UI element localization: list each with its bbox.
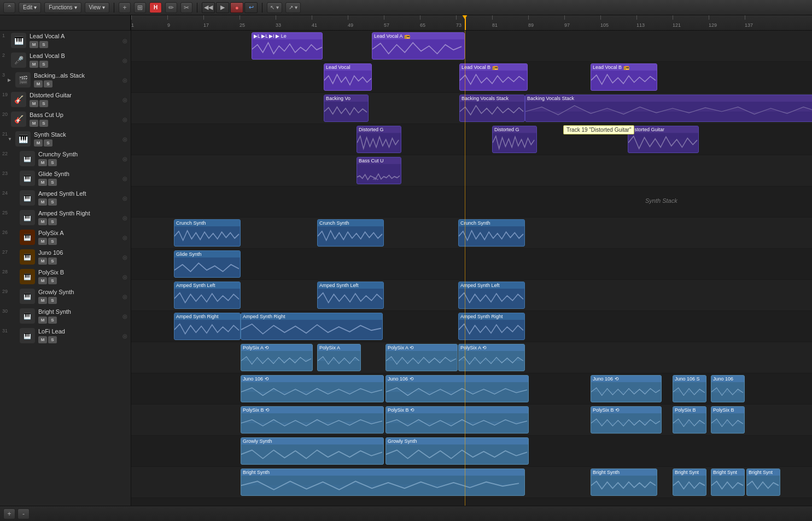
record-btn[interactable]: ● (230, 2, 243, 13)
solo-btn-28[interactable]: S (48, 277, 57, 284)
mute-btn-28[interactable]: M (38, 277, 47, 284)
clip-polysix-a-2[interactable]: PolySix A (317, 344, 361, 371)
track-content-26[interactable]: PolySix A ⟲ PolySix A PolySix A ⟲ (131, 342, 812, 373)
marquee-btn[interactable]: ↗ ▾ (285, 2, 301, 13)
clip-juno-2[interactable]: Juno 106 ⟲ (385, 375, 529, 402)
track-content-lofi[interactable]: LoFi Lead LoFi Lead LoFi Lead (131, 498, 812, 506)
pencil-btn[interactable]: ✏ (165, 2, 177, 13)
clip-bright-3[interactable]: Bright Synt (673, 469, 706, 496)
zoom-in-btn[interactable]: + (3, 508, 15, 519)
track-content-22[interactable]: Crunch Synth Crunch Synth Crunch Synth (131, 218, 812, 249)
track-content-23[interactable]: Glide Synth (131, 249, 812, 280)
playhead[interactable] (465, 15, 466, 30)
clip-bright-1[interactable]: Bright Synth (241, 469, 525, 496)
mute-btn-26[interactable]: M (38, 238, 47, 245)
track-content-29[interactable]: Growly Synth Growly Synth (131, 436, 812, 467)
edit-menu[interactable]: Edit ▾ (19, 2, 41, 13)
rewind-btn[interactable]: ◀◀ (202, 2, 215, 13)
track-content-27[interactable]: Juno 106 ⟲ Juno 106 ⟲ Juno 106 ⟲ (131, 373, 812, 405)
clip-lead-vocal-a-2[interactable]: Lead Vocal A 📻 (372, 32, 465, 60)
clip-juno-5[interactable]: Juno 106 (711, 375, 745, 402)
clip-lead-vocal-b-1[interactable]: Lead Vocal (324, 63, 372, 91)
collapse-arrow-3[interactable]: ▶ (8, 78, 11, 83)
clip-backing-2[interactable]: Backing Vocals Stack (459, 95, 525, 122)
solo-btn-24[interactable]: S (48, 198, 57, 206)
track-content-20[interactable]: Bass Cut U (131, 155, 812, 186)
track-content-1[interactable]: ▶L ▶L ▶I ▶ Le Lead Vocal A 📻 (131, 31, 812, 62)
mute-btn-25[interactable]: M (38, 218, 47, 225)
clip-polysix-a-4[interactable]: PolySix A ⟲ (458, 344, 525, 371)
solo-btn-19[interactable]: S (39, 100, 48, 107)
clip-amped-right-2[interactable]: Amped Synth Right (241, 313, 383, 340)
solo-btn-26[interactable]: S (48, 238, 57, 245)
group-btn[interactable]: ⊞ (134, 2, 146, 13)
solo-btn-25[interactable]: S (48, 218, 57, 225)
clip-polysix-a-1[interactable]: PolySix A ⟲ (241, 344, 313, 371)
clip-polysix-a-3[interactable]: PolySix A ⟲ (385, 344, 458, 371)
solo-btn-22[interactable]: S (48, 159, 57, 166)
solo-btn-30[interactable]: S (48, 317, 57, 324)
solo-btn-21[interactable]: S (44, 139, 52, 147)
clip-bright-2[interactable]: Bright Synth (591, 469, 657, 496)
mute-btn-3[interactable]: M (34, 80, 43, 87)
functions-menu[interactable]: Functions ▾ (44, 2, 81, 13)
view-menu[interactable]: View ▾ (85, 2, 110, 13)
mute-btn-19[interactable]: M (30, 100, 38, 107)
clip-backing-1[interactable]: Backing Vo (324, 95, 369, 122)
clip-crunch-3[interactable]: Crunch Synth (458, 219, 525, 247)
mute-btn-29[interactable]: M (38, 297, 47, 304)
clip-polysix-b-1[interactable]: PolySix B ⟲ (241, 406, 384, 434)
clip-crunch-1[interactable]: Crunch Synth (174, 219, 241, 247)
clip-lead-vocal-a-1[interactable]: ▶L ▶L ▶I ▶ Le (252, 32, 323, 60)
clip-bass-cut-1[interactable]: Bass Cut U (357, 157, 401, 184)
clip-polysix-b-4[interactable]: PolySix B (673, 406, 706, 434)
clip-bright-5[interactable]: Bright Synt (746, 469, 780, 496)
clip-polysix-b-3[interactable]: PolySix B ⟲ (591, 406, 662, 434)
mute-btn-27[interactable]: M (38, 257, 47, 265)
clip-dist-guitar-1[interactable]: Distorted G (357, 126, 401, 153)
zoom-out-btn[interactable]: - (17, 508, 30, 519)
solo-btn-1[interactable]: S (39, 41, 48, 48)
clip-backing-3[interactable]: Backing Vocals Stack (525, 95, 812, 122)
clip-juno-4[interactable]: Juno 106 S (673, 375, 706, 402)
mute-btn-30[interactable]: M (38, 317, 47, 324)
scissors-btn[interactable]: ✂ (180, 2, 192, 13)
clip-crunch-2[interactable]: Crunch Synth (317, 219, 384, 247)
clip-growly-1[interactable]: Growly Synth (241, 437, 384, 465)
solo-btn-lofi[interactable]: S (48, 336, 57, 343)
mute-btn-1[interactable]: M (30, 41, 38, 48)
clip-growly-2[interactable]: Growly Synth (385, 437, 529, 465)
clip-polysix-b-2[interactable]: PolySix B ⟲ (385, 406, 529, 434)
clip-amped-left-3[interactable]: Amped Synth Left (458, 282, 525, 309)
track-content-3[interactable]: Backing Vo Backing Vocals Stack Backing … (131, 93, 812, 124)
track-content-19[interactable]: Distorted G Distorted G Distorted Guitar (131, 124, 812, 155)
collapse-btn[interactable]: ⌃ (3, 2, 15, 13)
clip-dist-guitar-2[interactable]: Distorted G (492, 126, 537, 153)
clip-dist-guitar-3[interactable]: Distorted Guitar (628, 126, 699, 153)
clip-amped-right-1[interactable]: Amped Synth Right (174, 313, 241, 340)
collapse-arrow-21[interactable]: ▼ (8, 137, 12, 142)
h-btn[interactable]: H (149, 2, 162, 13)
clip-lead-vocal-b-2[interactable]: Lead Vocal B 📻 (459, 63, 528, 91)
track-content-24[interactable]: Amped Synth Left Amped Synth Left Amped … (131, 280, 812, 311)
solo-btn-20[interactable]: S (39, 120, 48, 127)
clip-amped-right-3[interactable]: Amped Synth Right (458, 313, 525, 340)
pointer-btn[interactable]: ↖ ▾ (267, 2, 282, 13)
solo-btn-23[interactable]: S (48, 179, 57, 186)
mute-btn-lofi[interactable]: M (38, 336, 47, 343)
clip-juno-1[interactable]: Juno 106 ⟲ (241, 375, 384, 402)
clip-amped-left-1[interactable]: Amped Synth Left (174, 282, 241, 309)
solo-btn-2[interactable]: S (39, 61, 48, 68)
mute-btn-2[interactable]: M (30, 61, 38, 68)
mute-btn-21[interactable]: M (34, 139, 43, 147)
solo-btn-3[interactable]: S (44, 80, 52, 87)
track-content-21[interactable]: Synth Stack (131, 186, 812, 218)
clip-juno-3[interactable]: Juno 106 ⟲ (591, 375, 662, 402)
mute-btn-23[interactable]: M (38, 179, 47, 186)
clip-amped-left-2[interactable]: Amped Synth Left (317, 282, 384, 309)
track-content-25[interactable]: Amped Synth Right Amped Synth Right Ampe… (131, 311, 812, 342)
clip-polysix-b-5[interactable]: PolySix B (711, 406, 745, 434)
timeline-area[interactable]: 1 9 17 25 33 41 49 57 65 73 81 89 97 105… (131, 15, 812, 506)
track-content-28[interactable]: PolySix B ⟲ PolySix B ⟲ PolySix B ⟲ (131, 405, 812, 436)
mute-btn-20[interactable]: M (30, 120, 38, 127)
